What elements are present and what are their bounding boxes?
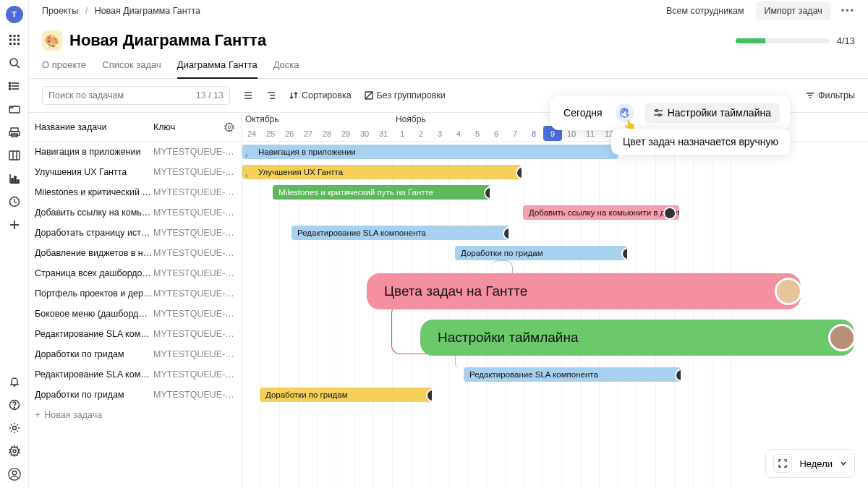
list-tree-icon[interactable] [266,90,276,100]
all-employees-link[interactable]: Всем сотрудникам [666,6,744,16]
svg-rect-3 [9,39,12,41]
settings-icon[interactable] [8,421,21,435]
svg-point-14 [9,82,10,84]
breadcrumb-root[interactable]: Проекты [42,6,78,16]
task-name: Редактирование SLA компонента [35,329,153,339]
tab-about[interactable]: О проекте [42,53,86,78]
table-row[interactable]: Навигация в приложенииMYTESTQUEUE-3249 [29,142,242,162]
gantt-bar[interactable]: Milestones и критический путь на Гантте [273,185,490,200]
palette-icon[interactable]: 👆 [616,103,634,122]
gantt-bar[interactable]: Редактирование SLA компонента [292,226,509,240]
day-cell[interactable]: 3 [430,126,449,141]
task-key: MYTESTQUEUE-4039 [153,207,236,218]
day-cell[interactable]: 31 [374,126,393,141]
gantt-bar[interactable]: ‹Улучшения UX Гантта [242,165,522,179]
task-name: Добавить ссылку на комьюнити в … [35,207,153,218]
table-row[interactable]: Улучшения UX ГанттаMYTESTQUEUE-2903 [29,162,242,182]
group-button[interactable]: Без группировки [365,90,446,100]
task-name: Боковое меню (дашборды и отчёты) [35,309,153,319]
progress: 4/13 [736,35,855,46]
tab-list[interactable]: Список задач [102,53,161,78]
table-row[interactable]: Доработки по гридамMYTESTQUEUE-8473 [29,385,242,405]
gantt-bar[interactable]: Добавить ссылку на комьюнити в документа… [523,205,679,220]
task-name: Портфель проектов и дерево [35,288,153,299]
list-icon[interactable] [8,80,21,93]
day-cell[interactable]: 25 [261,126,280,141]
gear-icon[interactable] [8,445,21,458]
table-row[interactable]: Боковое меню (дашборды и отчёты)MYTESTQU… [29,304,242,324]
arrow-left-icon: ‹ [245,147,248,159]
day-cell[interactable]: 1 [393,126,412,141]
day-cell[interactable]: 27 [299,126,318,141]
timeline-scale[interactable]: Недели [765,449,855,478]
svg-rect-2 [17,35,20,37]
table-row[interactable]: Редактирование SLA компонентаMYTESTQUEUE… [29,364,242,385]
day-cell[interactable]: 4 [449,126,468,141]
clock-icon[interactable] [8,195,21,208]
filters-button[interactable]: Фильтры [806,90,855,100]
search-input[interactable]: 13 / 13 [42,86,230,105]
task-key: MYTESTQUEUE-5784 [153,329,236,339]
table-row[interactable]: Страница всех дашбордов и отчёт…MYTESTQU… [29,263,242,283]
search-icon[interactable] [8,56,21,69]
table-row[interactable]: Редактирование SLA компонентаMYTESTQUEUE… [29,324,242,344]
table-row[interactable]: Портфель проектов и деревоMYTESTQUEUE-29… [29,283,242,304]
task-list: Название задачи Ключ Навигация в приложе… [29,113,242,488]
svg-point-15 [9,85,10,87]
day-cell[interactable]: 28 [318,126,336,141]
day-cell[interactable]: 5 [468,126,487,141]
table-row[interactable]: Добавить ссылку на комьюнити в …MYTESTQU… [29,202,242,223]
day-cell[interactable]: 6 [487,126,506,141]
avatar [516,166,522,179]
day-cell[interactable]: 7 [506,126,524,141]
profile-icon[interactable] [8,468,21,481]
today-button[interactable]: Сегодня [561,106,605,120]
new-task-button[interactable]: +Новая задача [29,405,242,425]
user-avatar[interactable]: T [6,6,23,23]
svg-rect-6 [9,43,12,45]
folder-icon[interactable] [8,103,21,116]
task-key: MYTESTQUEUE-5860 [153,309,236,319]
avatar [675,369,681,382]
table-row[interactable]: Доработать страницу историиMYTESTQUEUE-3… [29,223,242,243]
tab-board[interactable]: Доска [273,53,299,78]
day-cell[interactable]: 29 [336,126,355,141]
list-flat-icon[interactable] [243,90,253,100]
svg-point-37 [12,471,16,475]
gantt-bar[interactable]: Доработки по гридам [455,246,627,260]
help-icon[interactable] [8,398,21,411]
more-menu-icon[interactable]: ••• [841,6,855,16]
table-row[interactable]: Добавление виджетов в новом UIMYTESTQUEU… [29,243,242,263]
callout-settings: Настройки таймлайна [420,320,854,356]
day-cell[interactable]: 24 [242,126,261,141]
breadcrumb-current: Новая Диаграмма Гантта [95,6,200,16]
gantt-bar[interactable]: Доработки по гридам [260,388,432,402]
table-row[interactable]: Milestones и критический путь на …MYTEST… [29,182,242,202]
gantt-bar[interactable]: ‹Навигация в приложении [242,145,618,159]
timeline[interactable]: Октябрь Ноябрь 2425262728293031123456789… [242,113,868,488]
avatar [663,207,676,220]
tab-gantt[interactable]: Диаграмма Гантта [177,53,258,79]
board-icon[interactable] [8,149,21,162]
task-key: MYTESTQUEUE-3249 [153,147,236,157]
fullscreen-icon[interactable] [773,454,792,473]
print-icon[interactable] [8,126,21,139]
task-name: Страница всех дашбордов и отчёт… [35,268,153,278]
apps-icon[interactable] [8,33,21,46]
day-cell[interactable]: 8 [524,126,543,141]
task-name: Улучшения UX Гантта [35,167,153,177]
plus-icon[interactable] [8,218,21,231]
day-cell[interactable]: 2 [412,126,430,141]
sort-button[interactable]: Сортировка [289,90,352,100]
table-row[interactable]: Доработки по гридамMYTESTQUEUE-8473 [29,344,242,364]
columns-gear-icon[interactable] [224,122,234,132]
gantt-bar[interactable]: Редактирование SLA компонента [464,367,681,382]
day-cell[interactable]: 30 [355,126,374,141]
chart-icon[interactable] [8,172,21,185]
task-name: Доработки по гридам [35,390,153,400]
import-tasks-button[interactable]: Импорт задач [756,1,831,20]
day-cell[interactable]: 26 [280,126,299,141]
bell-icon[interactable] [8,375,21,388]
column-name: Название задачи [35,122,153,132]
timeline-settings-button[interactable]: Настройки таймлайна [644,103,780,123]
